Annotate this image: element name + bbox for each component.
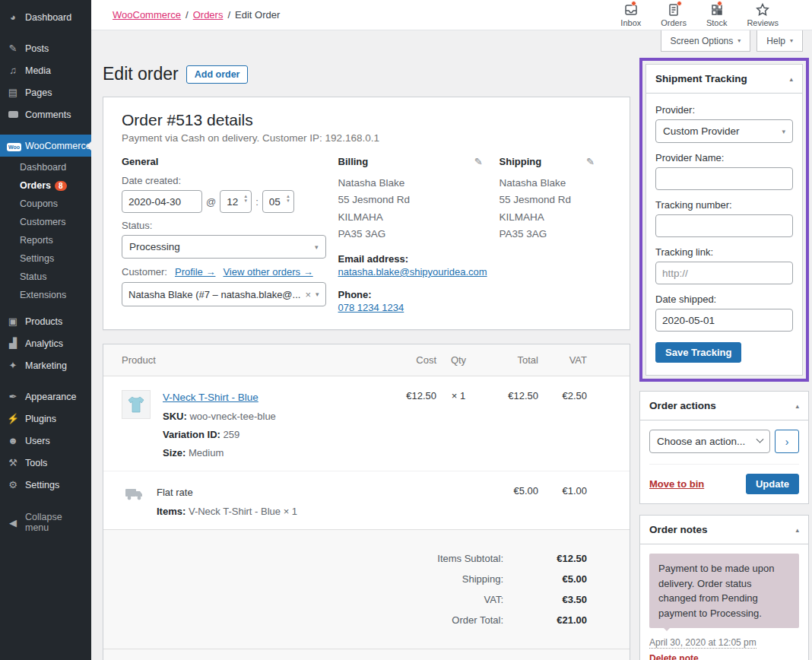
save-tracking-button[interactable]: Save Tracking xyxy=(655,342,741,363)
minute-stepper[interactable]: ▲▼ xyxy=(286,194,290,203)
date-created-input[interactable] xyxy=(122,190,202,213)
sidebar-item-posts[interactable]: ✎ Posts xyxy=(0,37,91,59)
collapse-menu-label: Collapse menu xyxy=(25,512,85,533)
product-name-link[interactable]: V-Neck T-Shirt - Blue xyxy=(163,392,259,403)
tracking-number-input[interactable] xyxy=(655,214,793,237)
order-title: Order #513 details xyxy=(122,111,611,129)
breadcrumb-woocommerce-link[interactable]: WooCommerce xyxy=(113,9,181,21)
orders-unread-dot xyxy=(677,1,682,6)
sidebar-item-comments[interactable]: Comments xyxy=(0,103,91,125)
product-thumbnail xyxy=(122,390,151,419)
profile-link[interactable]: Profile → xyxy=(175,266,215,278)
sidebar-item-label: Media xyxy=(25,65,51,76)
help-button[interactable]: Help ▾ xyxy=(756,30,803,52)
general-column: General Date created: @ ▲▼ : xyxy=(122,156,338,314)
sidebar-item-wc-dashboard[interactable]: Dashboard xyxy=(0,158,91,176)
sidebar-item-wc-extensions[interactable]: Extensions xyxy=(0,286,91,304)
woocommerce-submenu: Dashboard Orders 8 Coupons Customers Rep… xyxy=(0,157,91,310)
add-order-button[interactable]: Add order xyxy=(186,65,249,84)
orders-count-badge: 8 xyxy=(55,181,67,191)
delete-note-link[interactable]: Delete note xyxy=(649,653,699,660)
provider-select[interactable]: Custom Provider ▾ xyxy=(655,119,793,143)
clear-selection-icon[interactable]: × xyxy=(305,289,311,300)
sidebar-item-label: Posts xyxy=(25,43,49,54)
order-totals: Items Subtotal:€12.50 Shipping:€5.00 VAT… xyxy=(103,529,630,649)
sidebar-item-plugins[interactable]: ⚡ Plugins xyxy=(0,408,91,430)
tracking-number-label: Tracking number: xyxy=(655,199,793,211)
inbox-button[interactable]: Inbox xyxy=(620,2,641,27)
update-button[interactable]: Update xyxy=(746,474,799,494)
item-qty: × 1 xyxy=(436,390,481,459)
billing-phone-link[interactable]: 078 1234 1234 xyxy=(338,302,404,313)
shipping-column: Shipping ✎ Natasha Blake 55 Jesmond Rd K… xyxy=(500,156,611,314)
reviews-button[interactable]: Reviews xyxy=(747,2,779,27)
collapse-panel-icon[interactable]: ▴ xyxy=(795,402,799,410)
order-action-select[interactable]: Choose an action... xyxy=(649,430,770,453)
sidebar-item-tools[interactable]: ⚒ Tools xyxy=(0,452,91,474)
note-timestamp: April 30, 2020 at 12:05 pm xyxy=(649,637,756,649)
date-shipped-input[interactable] xyxy=(655,309,793,332)
sidebar-item-label: Products xyxy=(25,316,62,327)
sidebar-item-marketing[interactable]: ✦ Marketing xyxy=(0,354,91,376)
provider-label: Provider: xyxy=(655,104,793,116)
view-other-orders-link[interactable]: View other orders → xyxy=(223,266,312,278)
sidebar-item-wc-reports[interactable]: Reports xyxy=(0,231,91,249)
general-heading: General xyxy=(122,156,326,167)
sidebar-item-users[interactable]: ☻ Users xyxy=(0,430,91,452)
sidebar-item-label: Appearance xyxy=(25,392,76,402)
sidebar-item-label: WooCommerce xyxy=(25,141,91,151)
collapse-panel-icon[interactable]: ▴ xyxy=(789,75,793,83)
sidebar-item-wc-coupons[interactable]: Coupons xyxy=(0,195,91,213)
collapse-menu-button[interactable]: ◀ Collapse menu xyxy=(0,506,91,538)
sidebar-item-wc-settings[interactable]: Settings xyxy=(0,249,91,268)
tracking-link-input[interactable] xyxy=(655,262,793,284)
sidebar-item-settings[interactable]: ⚙ Settings xyxy=(0,474,91,496)
settings-icon: ⚙ xyxy=(7,479,19,490)
billing-email-link[interactable]: natasha.blake@shipyouridea.com xyxy=(338,266,487,278)
shipping-line-row: Flat rate Items: V-Neck T-Shirt - Blue ×… xyxy=(103,471,630,529)
shipping-address: Natasha Blake 55 Jesmond Rd KILMAHA PA35… xyxy=(500,175,599,243)
sidebar-item-woocommerce[interactable]: Woo WooCommerce xyxy=(0,135,91,157)
stock-button[interactable]: Stock xyxy=(706,2,728,27)
media-icon: ♫ xyxy=(7,65,19,76)
provider-name-input[interactable] xyxy=(655,167,793,190)
customer-label: Customer: xyxy=(122,266,167,278)
sidebar-item-pages[interactable]: ▤ Pages xyxy=(0,81,91,103)
hour-stepper[interactable]: ▲▼ xyxy=(243,194,248,203)
order-actions-title: Order actions xyxy=(649,400,716,411)
move-to-bin-link[interactable]: Move to bin xyxy=(649,478,704,490)
sidebar-item-wc-customers[interactable]: Customers xyxy=(0,213,91,231)
breadcrumb-orders-link[interactable]: Orders xyxy=(193,9,224,21)
shipment-tracking-highlight: Shipment Tracking ▴ Provider: Custom Pro… xyxy=(639,58,809,382)
sidebar-item-dashboard[interactable]: ◕ Dashboard xyxy=(0,6,91,28)
status-label: Status: xyxy=(122,220,326,231)
shipping-total-value: €5.00 xyxy=(503,573,587,585)
email-label: Email address: xyxy=(338,253,487,265)
tracking-link-label: Tracking link: xyxy=(655,246,793,258)
screen-options-button[interactable]: Screen Options ▾ xyxy=(661,30,751,52)
sidebar-item-wc-status[interactable]: Status xyxy=(0,268,91,286)
collapse-panel-icon[interactable]: ▴ xyxy=(795,526,799,534)
sidebar-item-label: Settings xyxy=(25,480,59,490)
shipping-vat: €1.00 xyxy=(538,485,587,517)
sidebar-item-media[interactable]: ♫ Media xyxy=(0,59,91,81)
chevron-down-icon xyxy=(756,436,764,443)
sidebar-item-wc-orders[interactable]: Orders 8 xyxy=(0,176,91,195)
sidebar-item-products[interactable]: ▣ Products xyxy=(0,310,91,332)
status-select[interactable]: Processing ▾ xyxy=(122,235,326,259)
page-title: Edit order xyxy=(103,64,179,84)
chevron-down-icon: ▾ xyxy=(782,128,785,135)
date-shipped-label: Date shipped: xyxy=(655,294,793,305)
plugins-icon: ⚡ xyxy=(7,413,19,424)
order-note-meta: April 30, 2020 at 12:05 pm Delete note xyxy=(649,637,799,660)
customer-select[interactable]: Natasha Blake (#7 – natasha.blake@... × … xyxy=(122,282,326,306)
chevron-down-icon: ▾ xyxy=(316,290,319,298)
sidebar-item-label: Users xyxy=(25,436,50,446)
apply-action-button[interactable]: › xyxy=(775,430,799,453)
orders-activity-button[interactable]: Orders xyxy=(661,2,687,27)
sidebar-item-appearance[interactable]: ✒ Appearance xyxy=(0,386,91,408)
sidebar-item-analytics[interactable]: ▟ Analytics xyxy=(0,332,91,354)
edit-billing-pencil-icon[interactable]: ✎ xyxy=(474,156,483,167)
edit-shipping-pencil-icon[interactable]: ✎ xyxy=(586,156,595,167)
analytics-icon: ▟ xyxy=(7,338,19,349)
